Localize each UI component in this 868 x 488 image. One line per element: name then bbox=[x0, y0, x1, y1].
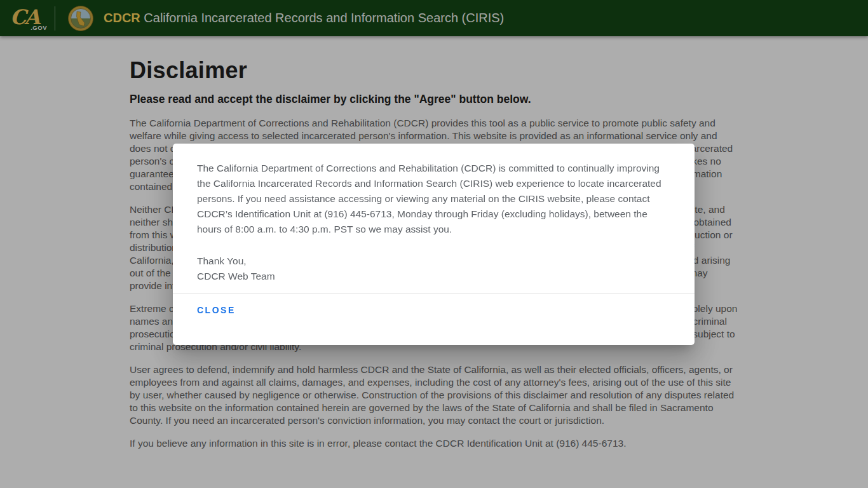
dialog-signoff-line1: Thank You, bbox=[197, 254, 670, 269]
dialog-signoff: Thank You, CDCR Web Team bbox=[197, 254, 670, 284]
close-button[interactable]: CLOSE bbox=[197, 304, 236, 316]
dialog-actions: CLOSE bbox=[197, 294, 670, 327]
dialog-body-text: The California Department of Corrections… bbox=[197, 161, 670, 237]
dialog-signoff-line2: CDCR Web Team bbox=[197, 269, 670, 284]
accessibility-notice-dialog: The California Department of Corrections… bbox=[173, 144, 695, 345]
